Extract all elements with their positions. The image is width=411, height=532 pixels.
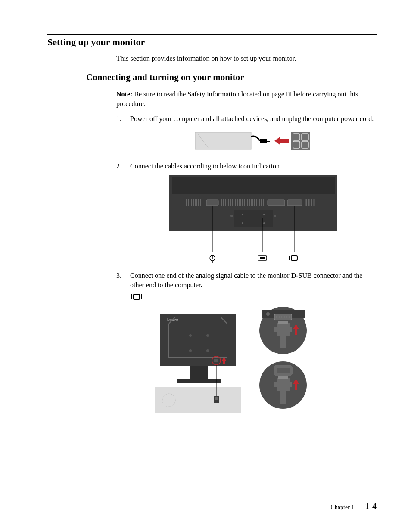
svg-point-59 — [263, 214, 265, 215]
section-heading: Setting up your monitor — [47, 37, 377, 48]
svg-rect-93 — [215, 397, 218, 400]
svg-point-82 — [206, 334, 209, 337]
svg-rect-23 — [206, 200, 218, 206]
svg-point-56 — [230, 215, 233, 217]
page-footer: Chapter 1. 1-4 — [331, 501, 377, 511]
svg-point-81 — [189, 334, 192, 337]
step-2: Connect the cables according to below ic… — [116, 162, 377, 264]
svg-point-101 — [284, 316, 285, 317]
svg-rect-107 — [288, 327, 292, 332]
svg-point-58 — [242, 214, 243, 215]
svg-point-98 — [276, 316, 277, 317]
svg-rect-49 — [268, 200, 285, 206]
svg-point-84 — [206, 349, 209, 352]
figure-dsub-connect: lenovo — [130, 305, 377, 417]
svg-rect-88 — [190, 366, 208, 379]
svg-rect-75 — [134, 294, 140, 299]
figure-ports-overview — [130, 175, 377, 263]
subsection-heading: Connecting and turning on your monitor — [86, 72, 377, 83]
footer-chapter: Chapter 1. — [331, 504, 356, 510]
svg-point-100 — [281, 316, 282, 317]
svg-point-57 — [274, 215, 276, 217]
step-1-text: Power off your computer and all attached… — [130, 115, 374, 122]
svg-rect-106 — [274, 327, 278, 332]
svg-rect-55 — [234, 210, 273, 227]
svg-point-103 — [289, 316, 290, 317]
svg-rect-50 — [287, 200, 302, 206]
note-text: Be sure to read the Safety information l… — [116, 90, 358, 107]
svg-rect-114 — [278, 376, 288, 379]
svg-rect-5 — [280, 139, 289, 143]
step-3: Connect one end of the analog signal cab… — [116, 271, 377, 417]
svg-rect-70 — [260, 257, 265, 259]
svg-rect-113 — [277, 378, 290, 391]
step-2-text: Connect the cables according to below ic… — [130, 162, 281, 170]
figure-unplug — [130, 128, 377, 154]
svg-rect-0 — [195, 132, 251, 149]
svg-rect-90 — [155, 387, 241, 413]
svg-marker-6 — [274, 137, 280, 145]
svg-point-83 — [189, 349, 192, 352]
svg-rect-112 — [277, 368, 290, 373]
note-label: Note: — [116, 90, 132, 98]
svg-rect-89 — [177, 379, 221, 383]
vga-icon — [130, 292, 377, 301]
top-rule — [47, 34, 377, 35]
svg-rect-2 — [260, 139, 267, 143]
svg-point-96 — [266, 312, 270, 316]
svg-rect-7 — [291, 132, 310, 150]
svg-point-99 — [279, 316, 280, 317]
svg-rect-116 — [288, 382, 292, 387]
footer-page-number: 1-4 — [365, 501, 377, 511]
note-paragraph: Note: Be sure to read the Safety informa… — [116, 90, 377, 108]
svg-point-60 — [242, 222, 243, 224]
svg-rect-115 — [274, 382, 278, 387]
svg-rect-108 — [280, 336, 286, 348]
svg-point-61 — [263, 222, 265, 224]
svg-point-102 — [286, 316, 287, 317]
svg-rect-86 — [214, 359, 218, 362]
svg-rect-72 — [291, 256, 297, 260]
step-1: Power off your computer and all attached… — [116, 114, 377, 154]
svg-rect-105 — [278, 321, 288, 324]
svg-rect-117 — [280, 391, 286, 404]
step-3-text: Connect one end of the analog signal cab… — [130, 272, 362, 289]
intro-paragraph: This section provides information on how… — [116, 55, 377, 62]
svg-rect-104 — [277, 323, 290, 336]
svg-rect-13 — [172, 177, 335, 194]
